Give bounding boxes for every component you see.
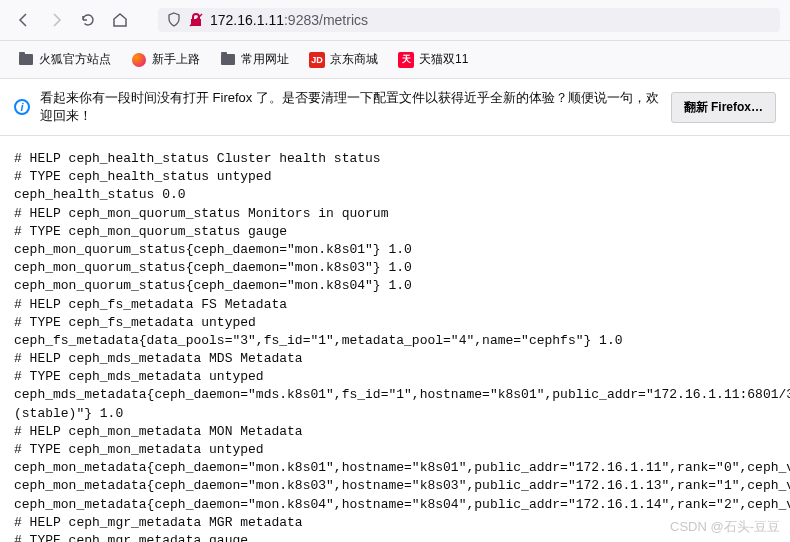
bookmark-label: 常用网址 (241, 51, 289, 68)
info-icon: i (14, 99, 30, 115)
notice-text: 看起来你有一段时间没有打开 Firefox 了。是否要清理一下配置文件以获得近乎… (40, 89, 661, 125)
folder-icon (18, 52, 34, 68)
home-button[interactable] (106, 6, 134, 34)
forward-button[interactable] (42, 6, 70, 34)
folder-icon (220, 52, 236, 68)
firefox-icon (131, 52, 147, 68)
bookmarks-bar: 火狐官方站点 新手上路 常用网址 JD 京东商城 天 天猫双11 (0, 41, 790, 79)
browser-toolbar: 172.16.1.11:9283/metrics (0, 0, 790, 41)
bookmark-label: 火狐官方站点 (39, 51, 111, 68)
url-text: 172.16.1.11:9283/metrics (210, 12, 368, 28)
bookmark-firefox-official[interactable]: 火狐官方站点 (10, 47, 119, 72)
bookmark-label: 新手上路 (152, 51, 200, 68)
refresh-firefox-button[interactable]: 翻新 Firefox… (671, 92, 776, 123)
bookmark-getting-started[interactable]: 新手上路 (123, 47, 208, 72)
shield-icon (166, 12, 182, 28)
lock-insecure-icon (188, 12, 204, 28)
back-button[interactable] (10, 6, 38, 34)
tmall-icon: 天 (398, 52, 414, 68)
jd-icon: JD (309, 52, 325, 68)
bookmark-label: 天猫双11 (419, 51, 468, 68)
arrow-left-icon (16, 12, 32, 28)
bookmark-tmall[interactable]: 天 天猫双11 (390, 47, 476, 72)
home-icon (112, 12, 128, 28)
bookmark-label: 京东商城 (330, 51, 378, 68)
address-bar[interactable]: 172.16.1.11:9283/metrics (158, 8, 780, 32)
bookmark-jd[interactable]: JD 京东商城 (301, 47, 386, 72)
metrics-content: # HELP ceph_health_status Cluster health… (0, 136, 790, 542)
reload-button[interactable] (74, 6, 102, 34)
bookmark-common-sites[interactable]: 常用网址 (212, 47, 297, 72)
watermark: CSDN @石头-豆豆 (670, 518, 780, 536)
refresh-notice-bar: i 看起来你有一段时间没有打开 Firefox 了。是否要清理一下配置文件以获得… (0, 79, 790, 136)
reload-icon (80, 12, 96, 28)
arrow-right-icon (48, 12, 64, 28)
